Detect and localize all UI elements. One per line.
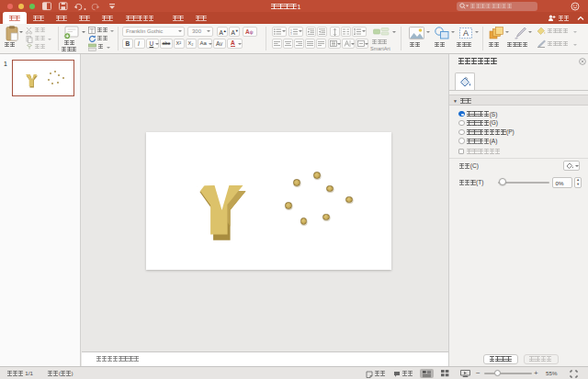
svg-text:A: A <box>463 28 469 38</box>
svg-text:3: 3 <box>290 32 292 35</box>
